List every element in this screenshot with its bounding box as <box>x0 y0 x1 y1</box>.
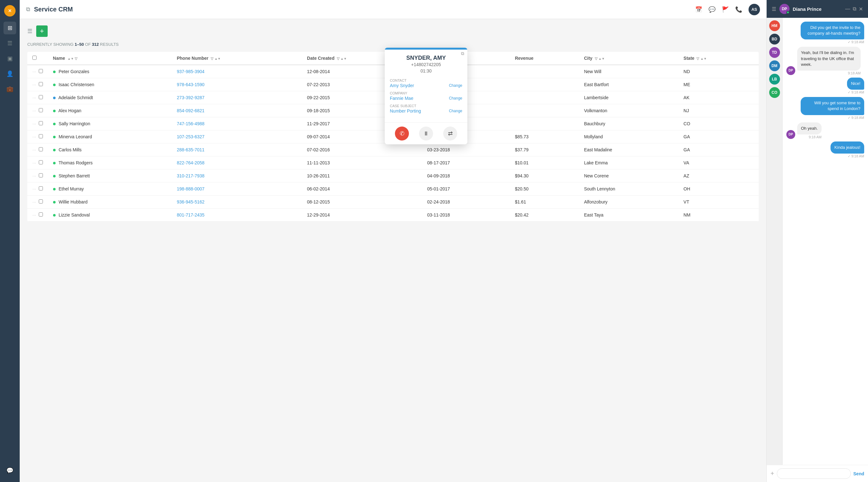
phone-link[interactable]: 854-092-6821 <box>177 108 204 113</box>
chat-attach-button[interactable]: + <box>771 470 774 477</box>
name-text: Sally Harrington <box>58 121 90 126</box>
call-popup-close-icon[interactable]: ⧉ <box>461 51 464 56</box>
call-contact-link[interactable]: Amy Snyder <box>390 83 414 88</box>
topbar: ⧉ Service CRM 📅 💬 🚩 📞 AS <box>20 0 766 19</box>
chat-message-block: Will you get some time to spend in Londo… <box>801 97 864 119</box>
name-text: Carlos Mills <box>58 147 81 152</box>
phone-link[interactable]: 273-392-9287 <box>177 95 204 100</box>
chat-bubble-received: Yeah, but I'll be dialing in. I'm travel… <box>797 47 861 70</box>
row-checkbox[interactable] <box>39 95 43 99</box>
call-case-link[interactable]: Number Porting <box>390 108 421 114</box>
chat-icon[interactable]: 💬 <box>709 6 715 13</box>
row-checkbox[interactable] <box>39 69 43 73</box>
row-name: Sally Harrington <box>48 117 172 130</box>
phone-link[interactable]: 288-635-7011 <box>177 147 204 152</box>
row-name: Peter Gonzales <box>48 65 172 78</box>
phone-link[interactable]: 198-888-0007 <box>177 186 204 191</box>
phone-link[interactable]: 978-643-1590 <box>177 82 204 87</box>
contacts-nav-icon[interactable]: 👤 <box>3 67 16 80</box>
chat-sidebar-avatar-bd[interactable]: BD <box>769 34 780 45</box>
call-company-change[interactable]: Change <box>449 96 462 101</box>
bottom-nav-icon[interactable]: 💬 <box>3 464 16 477</box>
phone-link[interactable]: 747-156-4988 <box>177 121 204 126</box>
chat-menu-button[interactable]: ☰ <box>772 6 776 12</box>
call-company-row: COMPANY Fannie Mae Change <box>390 91 462 101</box>
row-checkbox[interactable] <box>39 108 43 112</box>
row-checkbox[interactable] <box>39 147 43 151</box>
chat-sidebar-avatar-lb[interactable]: LB <box>769 74 780 85</box>
call-contact-value-row: Amy Snyder Change <box>390 83 462 88</box>
row-phone: 747-156-4988 <box>172 117 302 130</box>
row-checkbox[interactable] <box>39 134 43 138</box>
chat-popout-button[interactable]: ⧉ <box>853 6 856 12</box>
call-end-button[interactable]: ✆ <box>395 126 409 141</box>
flag-icon[interactable]: 🚩 <box>722 6 729 13</box>
cases-nav-icon[interactable]: ▣ <box>3 52 16 65</box>
row-checkbox[interactable] <box>39 82 43 86</box>
status-dot <box>53 149 56 151</box>
col-header-state[interactable]: State ▽▲▼ <box>678 52 759 65</box>
col-header-revenue[interactable]: Revenue <box>510 52 579 65</box>
user-avatar[interactable]: AS <box>748 4 760 15</box>
row-name: Stephen Barrett <box>48 169 172 182</box>
chat-bubble-received: Oh yeah. <box>797 122 822 135</box>
row-checkbox[interactable] <box>39 121 43 125</box>
phone-link[interactable]: 937-985-3904 <box>177 69 204 74</box>
name-text: Adelaide Schmidt <box>58 95 93 100</box>
call-case-change[interactable]: Change <box>449 109 462 113</box>
row-checkbox[interactable] <box>39 186 43 191</box>
col-header-city[interactable]: City ▽▲▼ <box>579 52 678 65</box>
chat-input[interactable] <box>777 468 851 479</box>
call-contact-change[interactable]: Change <box>449 83 462 88</box>
calendar-icon[interactable]: 📅 <box>695 6 702 13</box>
row-checkbox[interactable] <box>39 199 43 203</box>
call-pause-button[interactable]: ⏸ <box>419 126 433 141</box>
phone-link[interactable]: 107-253-6327 <box>177 134 204 139</box>
add-button[interactable]: + <box>36 25 48 37</box>
phone-link[interactable]: 801-717-2435 <box>177 212 204 218</box>
call-company-link[interactable]: Fannie Mae <box>390 96 413 101</box>
row-date-created: 08-12-2015 <box>302 196 422 208</box>
col-header-phone[interactable]: Phone Number ▽▲▼ <box>172 52 302 65</box>
view-list-icon[interactable]: ☰ <box>27 28 32 35</box>
call-transfer-button[interactable]: ⇄ <box>443 126 457 141</box>
briefcase-nav-icon[interactable]: 💼 <box>3 83 16 95</box>
row-drag-handle: ··· <box>32 121 36 126</box>
row-revenue: $20.42 <box>510 208 579 222</box>
name-text: Thomas Rodgers <box>58 160 92 165</box>
row-checkbox[interactable] <box>39 160 43 164</box>
row-drag-handle: ··· <box>32 95 36 100</box>
chat-sidebar-avatar-hm[interactable]: HM <box>769 20 780 31</box>
row-checkbox-cell: ··· <box>27 196 48 208</box>
phone-link[interactable]: 822-764-2058 <box>177 160 204 165</box>
row-name: Minerva Leonard <box>48 130 172 143</box>
chat-minimize-button[interactable]: — <box>845 6 850 12</box>
row-city: Mollyland <box>579 130 678 143</box>
list-nav-icon[interactable]: ☰ <box>3 37 16 50</box>
row-checkbox-cell: ··· <box>27 104 48 117</box>
row-checkbox[interactable] <box>39 212 43 217</box>
chat-send-button[interactable]: Send <box>854 471 864 476</box>
chat-sidebar-avatar-dm[interactable]: DM <box>769 60 780 71</box>
row-drag-handle: ··· <box>32 160 36 165</box>
chat-message-row: DP Oh yeah. 9:18 AM <box>786 122 864 139</box>
phone-link[interactable]: 936-945-5162 <box>177 199 204 204</box>
select-all-checkbox[interactable] <box>32 56 36 60</box>
chat-close-button[interactable]: ✕ <box>859 6 863 12</box>
row-last-activity: 03-11-2018 <box>422 208 509 222</box>
chat-message-row: Did you get the invite to the company al… <box>786 22 864 44</box>
chat-sidebar-avatar-td[interactable]: TD <box>769 47 780 58</box>
results-info: CURRENTLY SHOWING 1–50 OF 312 RESULTS <box>27 42 759 47</box>
grid-nav-icon[interactable]: ⊞ <box>3 22 16 34</box>
row-drag-handle: ··· <box>32 69 36 74</box>
chat-sidebar-avatar-co[interactable]: CO <box>769 87 780 98</box>
call-number: +14802742205 <box>390 62 462 67</box>
call-company-label: COMPANY <box>390 91 462 95</box>
row-city: East Madaline <box>579 143 678 157</box>
row-checkbox[interactable] <box>39 173 43 177</box>
phone-link[interactable]: 310-217-7938 <box>177 173 204 178</box>
checkmark-icon: ✓ <box>848 154 850 158</box>
phone-icon[interactable]: 📞 <box>735 6 742 13</box>
row-checkbox-cell: ··· <box>27 78 48 91</box>
col-header-name[interactable]: Name ▲▼▽ <box>48 52 172 65</box>
